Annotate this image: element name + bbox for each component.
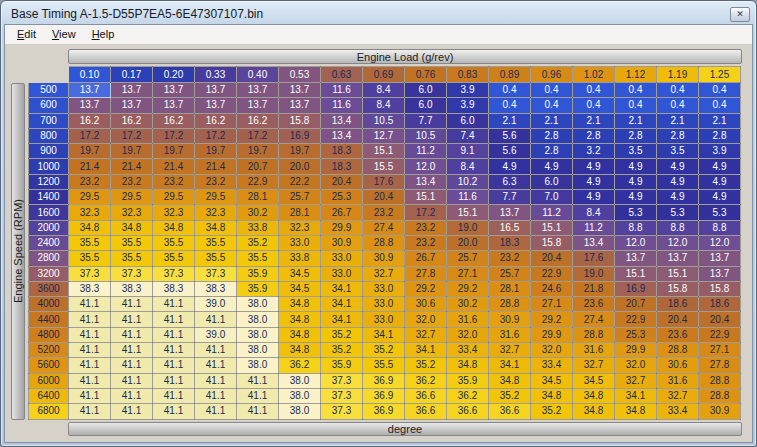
- map-cell[interactable]: 41.1: [195, 373, 237, 388]
- map-cell[interactable]: 13.7: [69, 98, 111, 113]
- map-cell[interactable]: 35.5: [111, 235, 153, 250]
- map-cell[interactable]: 36.6: [405, 388, 447, 403]
- map-cell[interactable]: 35.2: [405, 358, 447, 373]
- map-cell[interactable]: 36.6: [405, 404, 447, 419]
- map-cell[interactable]: 15.8: [531, 235, 573, 250]
- row-header-rpm[interactable]: 2000: [29, 220, 69, 235]
- map-cell[interactable]: 15.1: [363, 144, 405, 159]
- col-header-load[interactable]: 0.10: [69, 67, 111, 83]
- map-cell[interactable]: 18.3: [321, 159, 363, 174]
- map-cell[interactable]: 13.7: [489, 205, 531, 220]
- map-cell[interactable]: 2.1: [489, 113, 531, 128]
- map-cell[interactable]: 32.7: [573, 358, 615, 373]
- map-cell[interactable]: 27.4: [363, 220, 405, 235]
- map-cell[interactable]: 13.7: [153, 98, 195, 113]
- map-cell[interactable]: 34.1: [615, 388, 657, 403]
- map-cell[interactable]: 20.4: [657, 312, 699, 327]
- map-cell[interactable]: 41.1: [153, 373, 195, 388]
- map-cell[interactable]: 17.2: [237, 128, 279, 143]
- map-cell[interactable]: 32.3: [195, 205, 237, 220]
- row-header-rpm[interactable]: 2800: [29, 251, 69, 266]
- map-cell[interactable]: 17.2: [69, 128, 111, 143]
- map-cell[interactable]: 4.9: [573, 159, 615, 174]
- map-cell[interactable]: 13.7: [237, 83, 279, 98]
- map-cell[interactable]: 41.1: [153, 343, 195, 358]
- map-cell[interactable]: 13.7: [153, 83, 195, 98]
- row-header-rpm[interactable]: 3200: [29, 266, 69, 281]
- map-cell[interactable]: 7.7: [405, 113, 447, 128]
- map-cell[interactable]: 15.5: [363, 159, 405, 174]
- map-cell[interactable]: 34.8: [279, 343, 321, 358]
- map-cell[interactable]: 27.8: [699, 358, 741, 373]
- map-cell[interactable]: 41.1: [69, 373, 111, 388]
- map-cell[interactable]: 5.6: [489, 144, 531, 159]
- map-cell[interactable]: 2.1: [699, 113, 741, 128]
- map-cell[interactable]: 24.6: [531, 281, 573, 296]
- map-cell[interactable]: 23.2: [111, 174, 153, 189]
- map-cell[interactable]: 37.3: [153, 266, 195, 281]
- map-cell[interactable]: 41.1: [195, 404, 237, 419]
- col-header-load[interactable]: 0.40: [237, 67, 279, 83]
- map-cell[interactable]: 12.0: [657, 235, 699, 250]
- map-cell[interactable]: 33.0: [321, 251, 363, 266]
- map-cell[interactable]: 13.7: [279, 83, 321, 98]
- map-cell[interactable]: 23.6: [573, 297, 615, 312]
- map-cell[interactable]: 8.4: [363, 83, 405, 98]
- map-cell[interactable]: 18.6: [657, 297, 699, 312]
- map-cell[interactable]: 32.3: [111, 205, 153, 220]
- map-cell[interactable]: 31.6: [489, 327, 531, 342]
- map-cell[interactable]: 34.8: [153, 220, 195, 235]
- map-cell[interactable]: 12.0: [699, 235, 741, 250]
- map-cell[interactable]: 23.2: [153, 174, 195, 189]
- map-cell[interactable]: 38.0: [237, 358, 279, 373]
- map-cell[interactable]: 18.3: [489, 235, 531, 250]
- map-cell[interactable]: 15.8: [279, 113, 321, 128]
- map-cell[interactable]: 11.6: [447, 190, 489, 205]
- map-cell[interactable]: 33.4: [447, 343, 489, 358]
- map-cell[interactable]: 0.4: [489, 83, 531, 98]
- map-cell[interactable]: 4.9: [615, 159, 657, 174]
- map-cell[interactable]: 30.9: [363, 251, 405, 266]
- map-cell[interactable]: 19.0: [447, 220, 489, 235]
- row-header-rpm[interactable]: 600: [29, 98, 69, 113]
- map-cell[interactable]: 37.3: [321, 388, 363, 403]
- map-cell[interactable]: 32.0: [615, 358, 657, 373]
- map-cell[interactable]: 34.5: [573, 373, 615, 388]
- map-cell[interactable]: 17.2: [153, 128, 195, 143]
- map-cell[interactable]: 29.5: [111, 190, 153, 205]
- map-cell[interactable]: 41.1: [153, 404, 195, 419]
- map-cell[interactable]: 35.5: [111, 251, 153, 266]
- map-cell[interactable]: 38.3: [195, 281, 237, 296]
- row-header-rpm[interactable]: 4000: [29, 297, 69, 312]
- map-cell[interactable]: 30.9: [489, 312, 531, 327]
- map-cell[interactable]: 0.4: [657, 83, 699, 98]
- map-cell[interactable]: 36.2: [447, 388, 489, 403]
- map-cell[interactable]: 13.7: [657, 251, 699, 266]
- map-cell[interactable]: 31.6: [657, 373, 699, 388]
- map-cell[interactable]: 2.1: [657, 113, 699, 128]
- map-cell[interactable]: 3.9: [699, 144, 741, 159]
- map-cell[interactable]: 34.8: [195, 220, 237, 235]
- map-cell[interactable]: 29.5: [69, 190, 111, 205]
- map-cell[interactable]: 35.5: [69, 251, 111, 266]
- map-cell[interactable]: 11.6: [321, 98, 363, 113]
- map-cell[interactable]: 22.9: [615, 312, 657, 327]
- map-cell[interactable]: 29.2: [405, 281, 447, 296]
- map-cell[interactable]: 41.1: [195, 312, 237, 327]
- map-cell[interactable]: 41.1: [153, 297, 195, 312]
- map-cell[interactable]: 0.4: [489, 98, 531, 113]
- map-cell[interactable]: 41.1: [111, 297, 153, 312]
- map-cell[interactable]: 35.5: [69, 235, 111, 250]
- col-header-load[interactable]: 1.25: [699, 67, 741, 83]
- map-cell[interactable]: 32.7: [489, 343, 531, 358]
- map-cell[interactable]: 6.0: [405, 98, 447, 113]
- map-cell[interactable]: 28.8: [699, 388, 741, 403]
- map-cell[interactable]: 30.6: [405, 297, 447, 312]
- map-cell[interactable]: 33.0: [279, 235, 321, 250]
- map-cell[interactable]: 20.4: [699, 312, 741, 327]
- map-cell[interactable]: 0.4: [657, 98, 699, 113]
- map-cell[interactable]: 4.9: [615, 190, 657, 205]
- map-cell[interactable]: 17.2: [405, 205, 447, 220]
- map-cell[interactable]: 15.1: [447, 205, 489, 220]
- map-cell[interactable]: 35.2: [363, 343, 405, 358]
